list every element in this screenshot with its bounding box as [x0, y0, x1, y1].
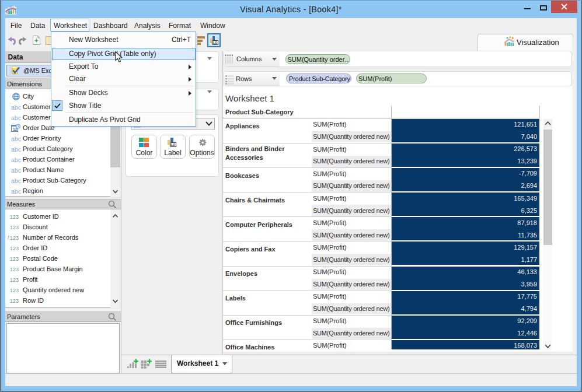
- svg-text:LO: LO: [213, 41, 218, 44]
- svg-text:LO: LO: [171, 143, 176, 146]
